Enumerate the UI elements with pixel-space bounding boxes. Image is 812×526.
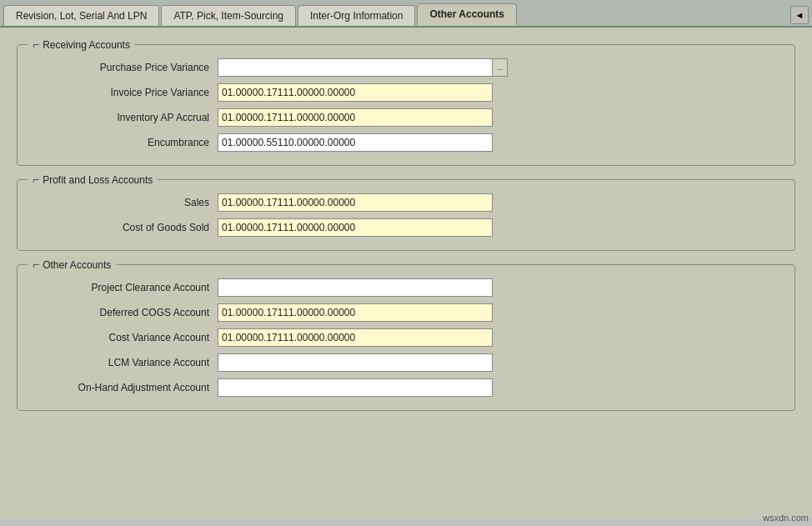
- input-invoice-price-variance[interactable]: [218, 83, 493, 102]
- input-wrapper-invoice-price-variance: [218, 83, 493, 102]
- form-row-project-clearance: Project Clearance Account: [34, 278, 778, 297]
- input-wrapper-project-clearance: [218, 278, 493, 297]
- form-row-purchase-price-variance: Purchase Price Variance...: [34, 58, 778, 77]
- section-profit-loss-accounts: Profit and Loss AccountsSalesCost of Goo…: [17, 179, 795, 251]
- form-row-inventory-ap-accrual: Inventory AP Accrual: [34, 108, 778, 127]
- form-row-sales: Sales: [34, 193, 778, 212]
- label-lcm-variance: LCM Variance Account: [34, 357, 218, 368]
- tab-interorg[interactable]: Inter-Org Information: [298, 5, 415, 26]
- tab-scroll-button[interactable]: ◄: [790, 6, 809, 24]
- input-inventory-ap-accrual[interactable]: [218, 108, 493, 127]
- main-content: Receiving AccountsPurchase Price Varianc…: [0, 28, 812, 519]
- form-row-deferred-cogs: Deferred COGS Account: [34, 303, 778, 322]
- input-cost-of-goods-sold[interactable]: [218, 218, 493, 237]
- input-sales[interactable]: [218, 193, 493, 212]
- input-cost-variance[interactable]: [218, 328, 493, 347]
- input-wrapper-encumbrance: [218, 133, 493, 152]
- section-other-accounts: Other AccountsProject Clearance AccountD…: [17, 264, 795, 411]
- label-invoice-price-variance: Invoice Price Variance: [34, 87, 218, 98]
- form-row-lcm-variance: LCM Variance Account: [34, 353, 778, 372]
- label-sales: Sales: [34, 197, 218, 208]
- form-row-invoice-price-variance: Invoice Price Variance: [34, 83, 778, 102]
- label-cost-of-goods-sold: Cost of Goods Sold: [34, 222, 218, 233]
- tab-bar: Revision, Lot, Serial And LPNATP, Pick, …: [0, 0, 812, 28]
- form-row-encumbrance: Encumbrance: [34, 133, 778, 152]
- input-wrapper-cost-variance: [218, 328, 493, 347]
- form-row-cost-variance: Cost Variance Account: [34, 328, 778, 347]
- input-wrapper-deferred-cogs: [218, 303, 493, 322]
- label-deferred-cogs: Deferred COGS Account: [34, 307, 218, 318]
- label-onhand-adjustment: On-Hand Adjustment Account: [34, 382, 218, 393]
- input-project-clearance[interactable]: [218, 278, 493, 297]
- label-cost-variance: Cost Variance Account: [34, 332, 218, 343]
- form-row-cost-of-goods-sold: Cost of Goods Sold: [34, 218, 778, 237]
- input-wrapper-onhand-adjustment: [218, 378, 493, 397]
- watermark: wsxdn.com: [763, 513, 809, 523]
- label-purchase-price-variance: Purchase Price Variance: [34, 62, 218, 73]
- form-row-onhand-adjustment: On-Hand Adjustment Account: [34, 378, 778, 397]
- input-deferred-cogs[interactable]: [218, 303, 493, 322]
- input-onhand-adjustment[interactable]: [218, 378, 493, 397]
- input-lcm-variance[interactable]: [218, 353, 493, 372]
- section-receiving-accounts: Receiving AccountsPurchase Price Varianc…: [17, 44, 795, 166]
- input-purchase-price-variance[interactable]: [218, 58, 493, 77]
- section-title-profit-loss-accounts: Profit and Loss Accounts: [28, 173, 158, 186]
- tab-atp[interactable]: ATP, Pick, Item-Sourcing: [161, 5, 296, 26]
- browse-btn-purchase-price-variance[interactable]: ...: [493, 58, 508, 77]
- tab-revision[interactable]: Revision, Lot, Serial And LPN: [3, 5, 159, 26]
- label-encumbrance: Encumbrance: [34, 137, 218, 148]
- section-title-receiving-accounts: Receiving Accounts: [28, 38, 135, 51]
- input-wrapper-lcm-variance: [218, 353, 493, 372]
- label-project-clearance: Project Clearance Account: [34, 282, 218, 293]
- input-wrapper-inventory-ap-accrual: [218, 108, 493, 127]
- tab-other[interactable]: Other Accounts: [417, 3, 517, 26]
- input-wrapper-cost-of-goods-sold: [218, 218, 493, 237]
- input-wrapper-purchase-price-variance: ...: [218, 58, 508, 77]
- input-wrapper-sales: [218, 193, 493, 212]
- input-encumbrance[interactable]: [218, 133, 493, 152]
- label-inventory-ap-accrual: Inventory AP Accrual: [34, 112, 218, 123]
- section-title-other-accounts: Other Accounts: [28, 258, 116, 271]
